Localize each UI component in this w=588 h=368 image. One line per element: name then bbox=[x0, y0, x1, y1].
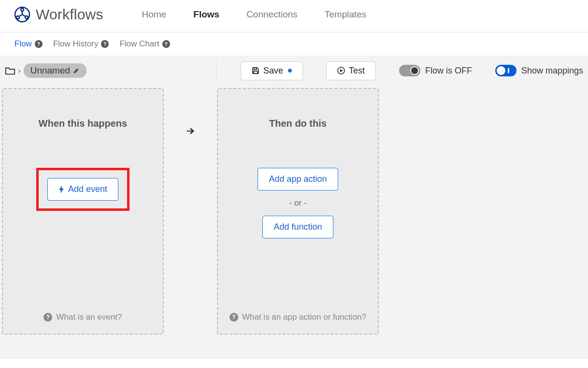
action-card: Then do this Add app action - or - Add f… bbox=[217, 88, 379, 335]
add-function-button[interactable]: Add function bbox=[262, 216, 333, 238]
unsaved-indicator-icon bbox=[288, 69, 292, 73]
highlight-annotation: Add event bbox=[36, 168, 129, 211]
add-function-label: Add function bbox=[273, 222, 322, 232]
subtabs: Flow ? Flow History ? Flow Chart ? bbox=[0, 32, 588, 56]
test-button[interactable]: Test bbox=[326, 61, 376, 80]
trigger-card: When this happens Add event ? What is an… bbox=[2, 88, 164, 335]
chevron-right-icon: › bbox=[18, 67, 21, 74]
arrow-column bbox=[178, 88, 202, 136]
nav-items: Home Flows Connections Templates bbox=[142, 9, 367, 20]
test-label: Test bbox=[349, 66, 365, 76]
divider bbox=[216, 60, 216, 81]
subtab-flow[interactable]: Flow ? bbox=[14, 39, 43, 49]
nav-flows[interactable]: Flows bbox=[193, 9, 219, 20]
nav-home[interactable]: Home bbox=[142, 9, 167, 20]
show-mappings-toggle[interactable] bbox=[495, 65, 516, 76]
flow-on-off-toggle[interactable] bbox=[399, 65, 420, 76]
flow-toggle-label: Flow is OFF bbox=[425, 66, 472, 76]
workflows-logo-icon bbox=[14, 6, 31, 23]
folder-icon[interactable] bbox=[5, 66, 15, 75]
mappings-toggle-label: Show mappings bbox=[521, 66, 583, 76]
subtab-flow-label: Flow bbox=[14, 39, 32, 49]
action-help-text: What is an app action or function? bbox=[242, 312, 366, 322]
trigger-help[interactable]: ? What is an event? bbox=[3, 312, 163, 322]
help-icon[interactable]: ? bbox=[162, 40, 170, 48]
save-label: Save bbox=[263, 66, 283, 76]
flow-toggle-group: Flow is OFF bbox=[399, 65, 472, 76]
play-icon bbox=[337, 67, 345, 74]
top-nav: Workflows Home Flows Connections Templat… bbox=[0, 0, 588, 32]
help-icon: ? bbox=[43, 313, 52, 322]
trigger-help-text: What is an event? bbox=[56, 312, 122, 322]
svg-rect-5 bbox=[254, 71, 258, 74]
nav-templates[interactable]: Templates bbox=[325, 9, 367, 20]
help-icon[interactable]: ? bbox=[101, 40, 109, 48]
brand: Workflows bbox=[14, 6, 103, 23]
edit-icon[interactable] bbox=[73, 67, 80, 74]
flow-canvas: When this happens Add event ? What is an… bbox=[0, 88, 588, 359]
save-button[interactable]: Save bbox=[241, 61, 303, 80]
action-help[interactable]: ? What is an app action or function? bbox=[218, 312, 378, 322]
arrow-right-icon bbox=[185, 126, 196, 136]
save-icon bbox=[252, 67, 259, 74]
bolt-icon bbox=[58, 186, 64, 193]
add-app-action-label: Add app action bbox=[269, 174, 327, 184]
add-event-button[interactable]: Add event bbox=[47, 178, 118, 201]
or-divider: - or - bbox=[289, 198, 307, 208]
add-app-action-button[interactable]: Add app action bbox=[258, 168, 338, 191]
toolbar: › Unnamed Save Test bbox=[0, 56, 588, 88]
trigger-card-title: When this happens bbox=[39, 118, 127, 129]
brand-title: Workflows bbox=[36, 6, 103, 23]
flow-name-chip[interactable]: Unnamed bbox=[24, 63, 86, 78]
subtab-history-label: Flow History bbox=[53, 39, 99, 49]
add-event-label: Add event bbox=[68, 184, 107, 194]
toolbar-actions: Save Test Flow is OFF Show mappings bbox=[241, 61, 583, 80]
mappings-toggle-group: Show mappings bbox=[495, 65, 583, 76]
flow-name: Unnamed bbox=[30, 65, 70, 76]
breadcrumb: › Unnamed bbox=[5, 63, 96, 78]
help-icon: ? bbox=[229, 313, 238, 322]
svg-point-1 bbox=[21, 8, 24, 11]
action-card-title: Then do this bbox=[269, 118, 327, 129]
subtab-chart[interactable]: Flow Chart ? bbox=[119, 39, 170, 49]
help-icon[interactable]: ? bbox=[35, 40, 43, 48]
svg-rect-4 bbox=[254, 68, 257, 70]
subtab-chart-label: Flow Chart bbox=[119, 39, 159, 49]
nav-connections[interactable]: Connections bbox=[246, 9, 298, 20]
subtab-history[interactable]: Flow History ? bbox=[53, 39, 109, 49]
